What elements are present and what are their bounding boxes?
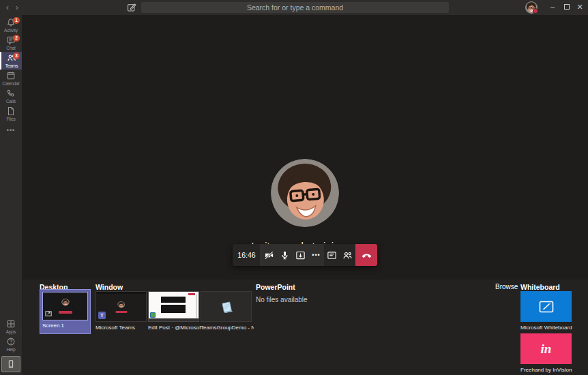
maximize-button[interactable]	[560, 0, 574, 15]
camera-off-icon	[264, 250, 274, 260]
tile-label: Microsoft Whiteboard	[520, 325, 574, 331]
meeting-chat-icon	[327, 250, 337, 260]
more-icon: •••	[7, 127, 15, 134]
teams-window-thumbnail: T	[95, 291, 147, 322]
more-options-button[interactable]: •••	[308, 244, 324, 266]
meeting-chat-button[interactable]	[324, 244, 340, 266]
share-content-tray: Desktop Window PowerPoint Browse Whitebo…	[22, 280, 588, 375]
tile-label: Edit Post · @Microsoft36...	[148, 325, 201, 331]
presence-status-badge	[533, 8, 538, 14]
share-tile-microsoft-whiteboard[interactable]: Microsoft Whiteboard	[520, 291, 572, 331]
window-section-header: Window	[95, 283, 123, 291]
mobile-app-button[interactable]	[1, 356, 20, 372]
sidebar-bottom: Apps Help	[0, 316, 22, 374]
invision-thumbnail: in	[520, 333, 572, 364]
chat-badge: 2	[13, 35, 20, 42]
sidebar-item-label: Calls	[6, 99, 16, 104]
sidebar-item-label: Apps	[6, 329, 16, 334]
sidebar-item-files[interactable]: Files	[0, 105, 22, 123]
activity-badge: 1	[13, 17, 20, 24]
notepad-window-thumbnail	[201, 291, 252, 322]
share-screen-button[interactable]	[293, 244, 308, 266]
apps-icon	[6, 319, 16, 329]
new-chat-icon[interactable]	[127, 3, 136, 12]
share-screen-icon	[295, 250, 306, 260]
file-icon	[6, 106, 16, 116]
sidebar-item-calls[interactable]: Calls	[0, 87, 22, 105]
browser-window-thumbnail	[148, 291, 199, 322]
call-control-bar: 16:46	[233, 244, 377, 266]
sidebar-item-activity[interactable]: 1 Activity	[0, 16, 22, 34]
participants-icon	[342, 250, 353, 260]
screen-share-icon	[45, 310, 53, 318]
share-tile-screen-1[interactable]: Screen 1	[40, 289, 91, 334]
titlebar: ‹ › – ✕	[0, 0, 588, 15]
sidebar-item-apps[interactable]: Apps	[0, 318, 22, 335]
share-tile-edit-post[interactable]: Edit Post · @Microsoft36...	[148, 291, 201, 331]
sidebar-item-label: Files	[6, 117, 15, 121]
browse-link[interactable]: Browse	[495, 283, 517, 290]
sidebar-item-help[interactable]: Help	[0, 335, 22, 353]
call-timer: 16:46	[233, 244, 261, 266]
minimize-button[interactable]: –	[546, 0, 559, 15]
invision-logo-icon: in	[541, 342, 552, 357]
sidebar-item-calendar[interactable]: Calendar	[0, 70, 22, 87]
hang-up-icon	[361, 250, 372, 261]
sidebar-item-more[interactable]: •••	[0, 123, 22, 138]
powerpoint-empty-text: No files available	[256, 296, 308, 303]
forward-button[interactable]: ›	[13, 0, 21, 15]
back-button[interactable]: ‹	[3, 0, 12, 15]
help-icon	[6, 337, 16, 346]
share-tile-notepad[interactable]: TeamsGroupDemo - Not...	[201, 291, 254, 331]
phone-icon	[6, 89, 16, 98]
screen-1-thumbnail	[42, 292, 88, 320]
whiteboard-pen-icon	[538, 299, 555, 315]
whiteboard-section-header: Whiteboard	[520, 283, 560, 291]
participant-avatar	[271, 159, 339, 227]
sidebar-item-label: Activity	[4, 28, 18, 33]
sidebar-item-label: Teams	[5, 63, 18, 68]
sidebar-item-label: Calendar	[2, 81, 20, 86]
tile-label: TeamsGroupDemo - Not...	[201, 325, 254, 331]
mute-button[interactable]	[277, 244, 293, 266]
share-tile-microsoft-teams[interactable]: T Microsoft Teams	[95, 291, 149, 331]
notepad-icon	[220, 300, 233, 314]
hang-up-button[interactable]	[355, 244, 377, 266]
whiteboard-thumbnail	[520, 291, 572, 322]
sidebar-item-teams[interactable]: 3 Teams	[0, 52, 22, 70]
sidebar-item-label: Chat	[6, 46, 15, 50]
calendar-icon	[6, 71, 16, 80]
meeting-stage: Invite people to join you 16:46	[22, 15, 588, 280]
tile-label: Screen 1	[42, 322, 88, 329]
camera-toggle-button[interactable]	[261, 244, 277, 266]
tile-label: Microsoft Teams	[95, 325, 149, 331]
teams-app-window: ‹ › – ✕ 1 Activity	[0, 0, 588, 375]
teams-logo-icon: T	[98, 312, 106, 319]
sidebar-item-label: Help	[7, 347, 16, 352]
tile-label: Freehand by InVision	[520, 367, 574, 373]
close-button[interactable]: ✕	[573, 0, 587, 15]
more-options-icon: •••	[312, 252, 320, 258]
teams-badge: 3	[13, 52, 20, 59]
search-input[interactable]	[141, 2, 449, 13]
microphone-icon	[280, 250, 290, 260]
share-tile-invision-freehand[interactable]: in Freehand by InVision	[520, 333, 572, 373]
app-sidebar: 1 Activity 2 Chat 3	[0, 15, 22, 375]
sidebar-item-chat[interactable]: 2 Chat	[0, 34, 22, 52]
mobile-phone-icon	[6, 359, 16, 369]
maximize-icon	[564, 4, 570, 10]
powerpoint-section-header: PowerPoint	[256, 283, 295, 291]
participants-button[interactable]	[340, 244, 355, 266]
